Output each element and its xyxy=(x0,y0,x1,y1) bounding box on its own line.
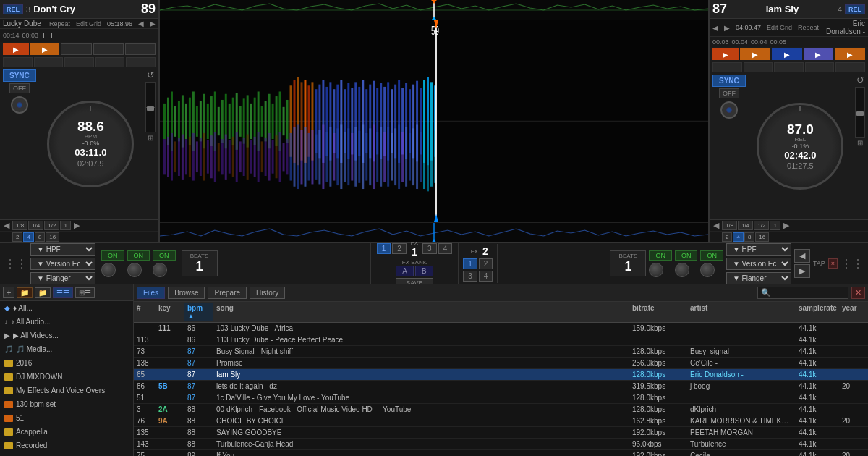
fx-right-on2[interactable]: ON xyxy=(675,250,698,261)
deck-left-hc-cue[interactable]: ▶ xyxy=(30,43,59,55)
fx-right-on1[interactable]: ON xyxy=(649,250,672,261)
deck-left-vinyl-icon[interactable] xyxy=(11,96,28,114)
sidebar-item-djmixdown[interactable]: DJ MIXDOWN xyxy=(0,370,133,384)
deck-right-x-btn[interactable]: × xyxy=(828,258,838,269)
fx-right-select1[interactable]: ▼ HPF xyxy=(726,243,791,256)
fx-left-dotgrid[interactable]: ⋮⋮ xyxy=(4,257,27,271)
table-row[interactable]: 113 86 113 Lucky Dube - Peace Perfect Pe… xyxy=(134,334,868,346)
browser-search-input[interactable] xyxy=(773,289,845,297)
fx-left-on1[interactable]: ON xyxy=(101,250,124,261)
browser-tab-browse[interactable]: Browse xyxy=(168,287,205,299)
deck-right-repeat[interactable]: Repeat xyxy=(798,24,819,31)
fx-left-knob3[interactable] xyxy=(153,263,167,277)
col-header-artist[interactable]: artist xyxy=(687,303,796,321)
deck-right-hc2-3[interactable] xyxy=(774,62,804,72)
deck-right-gv1[interactable]: 1/8 xyxy=(722,221,737,230)
deck-left-hc-empty8[interactable] xyxy=(126,57,156,67)
fx-num-tab3[interactable]: 3 xyxy=(422,243,437,254)
sidebar-item-all[interactable]: ◆ ♦ All... xyxy=(0,301,133,315)
sidebar-folder-orange-btn[interactable]: 📁 xyxy=(17,287,33,298)
browser-tab-prepare[interactable]: Prepare xyxy=(208,287,247,299)
fx-right-knob1[interactable] xyxy=(649,263,663,277)
deck-left-plus2[interactable]: + xyxy=(49,30,54,41)
deck-right-hc2-4[interactable] xyxy=(805,62,835,72)
browser-close-btn[interactable]: ✕ xyxy=(851,287,865,299)
sidebar-item-media[interactable]: 🎵 🎵 Media... xyxy=(0,342,133,356)
deck-right-nav-left[interactable]: ◀ xyxy=(711,221,721,230)
deck-left-gv1[interactable]: 1/8 xyxy=(12,221,27,230)
col-header-samplerate[interactable]: samplerate xyxy=(796,303,839,321)
sidebar-item-51[interactable]: 51 xyxy=(0,411,133,425)
fx-right-next[interactable]: ▶ xyxy=(794,264,810,278)
deck-left-sync-btn[interactable]: SYNC xyxy=(3,69,36,82)
deck-left-hc-empty6[interactable] xyxy=(64,57,94,67)
deck-right-gv3[interactable]: 1/2 xyxy=(754,221,769,230)
fx-left-knob2[interactable] xyxy=(127,263,142,277)
deck-left-loop-icon[interactable]: ↺ xyxy=(147,69,155,80)
table-row[interactable]: 138 87 Promise 256.0kbps Ce'Cile - 44.1k xyxy=(134,358,868,369)
sidebar-folder-btn[interactable]: 📁 xyxy=(35,287,51,298)
deck-right-off-btn[interactable]: OFF xyxy=(719,88,739,98)
table-row[interactable]: 75 89 If You 192.0kbps Cecile 44.1k 20 xyxy=(134,450,868,456)
fx-left-on3[interactable]: ON xyxy=(153,250,176,261)
sidebar-item-myeffects[interactable]: My Effects And Voice Overs xyxy=(0,384,133,397)
fx2-tab1[interactable]: 1 xyxy=(463,258,477,269)
table-row[interactable]: 143 88 Turbulence-Ganja Head 96.0kbps Tu… xyxy=(134,439,868,450)
deck-right-gv2[interactable]: 1/4 xyxy=(738,221,753,230)
fx-right-prev[interactable]: ◀ xyxy=(794,249,810,263)
deck-right-edit-grid[interactable]: Edit Grid xyxy=(767,24,792,31)
sidebar-list-view-btn[interactable]: ☰☰ xyxy=(53,287,73,298)
deck-left-nav-left[interactable]: ◀ xyxy=(1,221,12,230)
fx-num-tab4[interactable]: 4 xyxy=(438,243,453,254)
col-header-year[interactable]: year xyxy=(839,303,868,321)
col-header-bpm[interactable]: bpm ▲ xyxy=(184,303,213,321)
deck-left-nav-next[interactable]: ▶ xyxy=(150,20,156,28)
deck-left-hc-empty7[interactable] xyxy=(95,57,125,67)
deck-right-waveform-icon[interactable]: ⊞ xyxy=(857,139,863,147)
fx-left-select3[interactable]: ▼ Flanger xyxy=(30,272,95,284)
sidebar-item-recorded[interactable]: Recorded xyxy=(0,439,133,452)
deck-right-loop-icon[interactable]: ↺ xyxy=(856,75,864,85)
deck-left-hc-empty4[interactable] xyxy=(3,57,33,67)
deck-left-editgrid[interactable]: Edit Grid xyxy=(76,20,101,28)
fx2-tab3[interactable]: 3 xyxy=(463,271,477,282)
fx-right-knob3[interactable] xyxy=(700,263,715,277)
table-row[interactable]: 65 87 Iam Sly 128.0kbps Eric Donaldson -… xyxy=(134,369,868,381)
deck-left-gv4[interactable]: 1 xyxy=(60,221,70,230)
deck-right-nav-prev[interactable]: ◀ xyxy=(712,24,718,32)
fx-left-select1[interactable]: ▼ HPF xyxy=(30,243,95,256)
deck-left-hc-empty3[interactable] xyxy=(125,43,156,55)
col-header-key[interactable]: key xyxy=(156,303,184,321)
fx-right-select3[interactable]: ▼ Flanger xyxy=(726,272,791,284)
deck-left-waveform-icon[interactable]: ⊞ xyxy=(148,134,153,142)
fx-right-knob2[interactable] xyxy=(675,263,689,277)
fx2-tab2[interactable]: 2 xyxy=(479,258,493,269)
deck-right-hc2-2[interactable] xyxy=(744,62,773,72)
deck-right-vinyl-icon[interactable] xyxy=(720,101,738,119)
deck-left-nav-right[interactable]: ▶ xyxy=(72,221,82,230)
fx-left-knob1[interactable] xyxy=(101,263,116,277)
deck-left-hc-empty1[interactable] xyxy=(61,43,91,55)
deck-left-off-btn[interactable]: OFF xyxy=(9,83,30,93)
table-row[interactable]: 73 87 Busy Signal - Night shiff 128.0kbp… xyxy=(134,346,868,358)
fx2-tab4[interactable]: 4 xyxy=(479,271,493,282)
sidebar-item-videos[interactable]: ▶ ▶ All Videos... xyxy=(0,329,133,342)
deck-left-hc-play[interactable]: ▶ xyxy=(3,43,29,55)
fx-right-dotgrid[interactable]: ⋮⋮ xyxy=(841,257,864,271)
deck-right-rel-badge[interactable]: REL xyxy=(845,4,865,14)
fx-num-tab2[interactable]: 2 xyxy=(392,243,407,254)
col-header-num[interactable]: # xyxy=(134,303,156,321)
col-header-bitrate[interactable]: bitrate xyxy=(629,303,687,321)
deck-right-hc-empty1[interactable]: ▶ xyxy=(835,48,865,60)
sidebar-item-audio[interactable]: ♪ ♪ All Audio... xyxy=(0,315,133,329)
deck-left-repeat[interactable]: Repeat xyxy=(49,20,70,28)
table-row[interactable]: 111 86 103 Lucky Dube - Africa 159.0kbps… xyxy=(134,323,868,334)
deck-right-nav-right[interactable]: ▶ xyxy=(781,221,791,230)
col-header-song[interactable]: song xyxy=(213,303,629,321)
deck-right-hc-blue1[interactable]: ▶ xyxy=(772,48,802,60)
fx-left-on2[interactable]: ON xyxy=(127,250,150,261)
deck-right-hc-cue[interactable]: ▶ xyxy=(740,48,770,60)
fx-bank-btn-a[interactable]: A xyxy=(396,266,414,276)
fx-right-on3[interactable]: ON xyxy=(700,250,723,261)
sidebar-item-2016[interactable]: 2016 xyxy=(0,356,133,370)
